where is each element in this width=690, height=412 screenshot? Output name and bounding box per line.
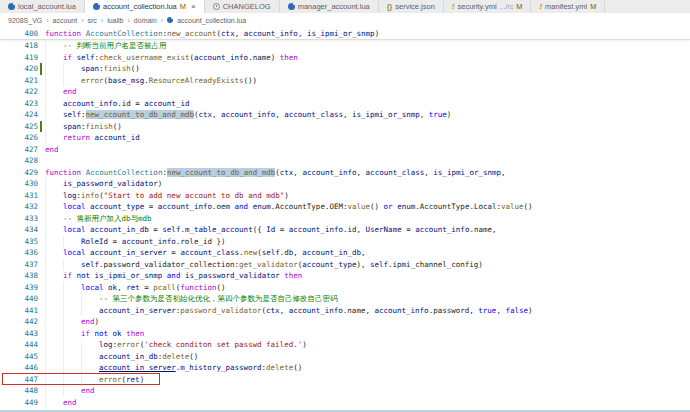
code-editor[interactable]: 400function AccountCollection:new_accoun… [0,27,690,408]
line-number[interactable]: 441 [0,305,38,317]
line-number[interactable]: 427 [0,144,38,156]
code-line[interactable]: 430is_password_validator) [0,178,690,190]
line-number[interactable]: 437 [0,259,38,271]
line-number[interactable]: 435 [0,236,38,248]
code-line[interactable]: 419if self:check_username_exist(account_… [0,52,690,64]
token: is_ipmi_or_snmp [352,110,420,119]
line-number[interactable]: 431 [0,190,38,202]
token: ret [126,375,140,384]
code-line[interactable]: 442end) [0,316,690,328]
gutter-slot [38,121,45,133]
code-line[interactable]: 423account_info.id = account_id [0,98,690,110]
line-number[interactable]: 422 [0,86,38,98]
indent-guide [63,351,81,363]
code-line[interactable]: 428 [0,155,690,167]
code-line[interactable]: 441account_in_server:password_validator(… [0,305,690,317]
line-number[interactable]: 430 [0,178,38,190]
token: ctx [221,29,235,38]
code-line[interactable]: 436local account_in_server = account_cla… [0,247,690,259]
close-icon[interactable]: × [191,3,196,11]
tab-local-account-lua[interactable]: local_account.lua [0,0,85,13]
code-line[interactable]: 448end [0,385,690,397]
code-line[interactable]: 425span:finish() [0,121,690,133]
code-line[interactable]: 429function AccountCollection:new_ccount… [0,167,690,179]
tab-service-json[interactable]: {}service.json [379,0,444,13]
code-line[interactable]: 447error(ret) [0,374,690,386]
line-number[interactable]: 443 [0,328,38,340]
tab-label: account_collection.lua [103,2,177,11]
token: ()) [244,76,258,85]
code-line[interactable]: 431log:info("Start to add new account to… [0,190,690,202]
token: .id = [117,99,144,108]
code-line[interactable]: 427end [0,144,690,156]
tab-account-collection-lua[interactable]: account_collection.luaM× [85,0,205,13]
code-line[interactable]: 438if not is_ipmi_or_snmp and is_passwor… [0,270,690,282]
breadcrumb-item[interactable]: domain [134,17,157,24]
breadcrumb-item[interactable]: 9208S_VG [8,17,42,24]
code-line[interactable]: 435RoleId = account_info.role_id }) [0,236,690,248]
code-line[interactable]: 434local account_in_db = self.m_table_ac… [0,224,690,236]
code-text: end [45,385,690,397]
line-number[interactable]: 400 [0,27,38,39]
line-number[interactable]: 424 [0,109,38,121]
line-number[interactable]: 420 [0,63,38,75]
code-line[interactable]: 440-- 第三个参数为是否初始化优化，第四个参数为是否自己修改自己密码 [0,293,690,305]
token: Id [266,225,275,234]
line-number[interactable]: 433 [0,213,38,225]
tab-changelog[interactable]: CHANGELOG [205,0,280,13]
token: ctx [280,168,294,177]
line-number[interactable]: 440 [0,293,38,305]
tab-security-yml[interactable]: !security.yml.../rcM [444,0,532,13]
line-number[interactable]: 442 [0,316,38,328]
line-number[interactable]: 419 [0,52,38,64]
code-line[interactable]: 449end [0,397,690,409]
token: .role_id }) [176,237,226,246]
gutter-slot [38,27,45,39]
code-line[interactable]: 443if not ok then [0,328,690,340]
line-number[interactable]: 426 [0,132,38,144]
line-number[interactable]: 434 [0,224,38,236]
line-number[interactable]: 438 [0,270,38,282]
line-number[interactable]: 445 [0,351,38,363]
breadcrumb-file[interactable]: account_collection.lua [177,17,246,24]
indent-guide [45,236,63,248]
line-number[interactable]: 449 [0,397,38,409]
line-number[interactable]: 423 [0,98,38,110]
code-line[interactable]: 445account_in_db:delete() [0,351,690,363]
line-number[interactable]: 432 [0,201,38,213]
line-number[interactable]: 446 [0,362,38,374]
indent-guide [45,201,63,213]
line-number[interactable]: 425 [0,121,38,133]
code-line[interactable]: 439local ok, ret = pcall(function() [0,282,690,294]
breadcrumb-item[interactable]: src [87,17,96,24]
code-line[interactable]: 437self.password_validator_collection:ge… [0,259,690,271]
tab-manager-account-lua[interactable]: manager_account.lua [280,0,379,13]
breadcrumb-item[interactable]: lualib [107,17,123,24]
indent-guide [45,52,63,64]
indent-guide [45,178,63,190]
line-number[interactable]: 448 [0,385,38,397]
code-line[interactable]: 432local account_type = account_info.oem… [0,201,690,213]
code-line[interactable]: 418-- 判断当前用户名是否被占用 [0,40,690,52]
code-line[interactable]: 420span:finish() [0,63,690,75]
code-line[interactable]: 433-- 将新用户加入db与mdb [0,213,690,225]
line-number[interactable]: 444 [0,339,38,351]
line-number[interactable]: 418 [0,40,38,52]
line-number[interactable]: 436 [0,247,38,259]
sticky-scroll-line[interactable]: 400function AccountCollection:new_accoun… [0,27,690,40]
breadcrumb-item[interactable]: account [53,17,78,24]
code-line[interactable]: 446account_in_server.m_history_password:… [0,362,690,374]
code-line[interactable]: 421error(base_msg.ResourceAlreadyExists(… [0,75,690,87]
code-text: local account_in_server = account_class.… [45,247,690,259]
line-number[interactable]: 428 [0,155,38,167]
code-line[interactable]: 422end [0,86,690,98]
tab-manifest-yml[interactable]: !manifest.ymlM [531,0,605,13]
line-number[interactable]: 421 [0,75,38,87]
line-number[interactable]: 429 [0,167,38,179]
token: error [81,76,104,85]
line-number[interactable]: 439 [0,282,38,294]
code-line[interactable]: 424self:new_ccount_to_db_and_mdb(ctx, ac… [0,109,690,121]
line-number[interactable]: 447 [0,374,38,386]
code-line[interactable]: 426return account_id [0,132,690,144]
code-line[interactable]: 444log:error('check conditon set passwd … [0,339,690,351]
